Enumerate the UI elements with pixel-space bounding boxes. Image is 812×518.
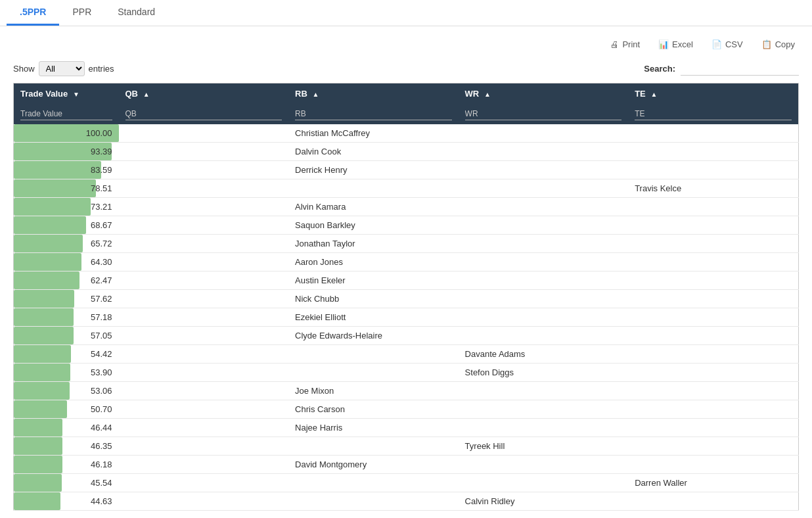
qb-cell xyxy=(119,419,289,437)
trade-value-cell: 46.35 xyxy=(14,437,119,456)
wr-cell xyxy=(459,419,629,437)
filter-input-te[interactable] xyxy=(635,108,792,120)
te-cell xyxy=(628,253,798,271)
table-header-row: Trade Value ▼ QB ▲ RB ▲ WR ▲ TE ▲ xyxy=(14,83,799,105)
te-cell xyxy=(628,271,798,290)
wr-cell: Tyreek Hill xyxy=(459,437,629,456)
te-cell xyxy=(628,400,798,419)
rb-cell: Chris Carson xyxy=(288,400,459,419)
table-row: 46.35 Tyreek Hill xyxy=(14,437,799,456)
qb-cell xyxy=(119,124,289,143)
rb-cell: Saquon Barkley xyxy=(288,216,459,235)
excel-button[interactable]: 📊 Excel xyxy=(654,37,697,52)
rb-cell xyxy=(288,474,459,492)
qb-cell xyxy=(119,216,289,235)
table-row: 57.62 Nick Chubb xyxy=(14,290,799,308)
rb-cell: Jonathan Taylor xyxy=(288,235,459,253)
table-row: 57.05 Clyde Edwards-Helaire xyxy=(14,327,799,345)
te-cell xyxy=(628,492,798,511)
trade-value-cell: 83.59 xyxy=(14,161,119,179)
search-input[interactable] xyxy=(681,62,799,76)
entries-row: Show All 10 25 50 100 entries Search: xyxy=(13,61,799,76)
te-cell: Darren Waller xyxy=(628,474,798,492)
data-table: Trade Value ▼ QB ▲ RB ▲ WR ▲ TE ▲ xyxy=(13,83,799,511)
qb-cell xyxy=(119,382,289,400)
table-row: 44.63 Calvin Ridley xyxy=(14,492,799,511)
filter-input-trade-value[interactable] xyxy=(20,108,112,120)
filter-qb xyxy=(119,104,289,124)
print-button[interactable]: 🖨 Print xyxy=(606,37,644,52)
te-cell xyxy=(628,198,798,216)
col-trade-value[interactable]: Trade Value ▼ xyxy=(14,83,119,105)
wr-cell xyxy=(459,456,629,474)
te-cell xyxy=(628,124,798,143)
csv-icon: 📄 xyxy=(711,39,722,49)
table-row: 64.30 Aaron Jones xyxy=(14,253,799,271)
trade-value-cell: 73.21 xyxy=(14,198,119,216)
rb-cell: Alvin Kamara xyxy=(288,198,459,216)
rb-cell: Nick Chubb xyxy=(288,290,459,308)
te-cell xyxy=(628,382,798,400)
trade-value-cell: 93.39 xyxy=(14,143,119,161)
print-label: Print xyxy=(622,39,640,49)
filter-input-wr[interactable] xyxy=(465,108,622,120)
table-row: 54.42 Davante Adams xyxy=(14,345,799,364)
trade-value-cell: 54.42 xyxy=(14,345,119,364)
trade-value-cell: 57.18 xyxy=(14,308,119,327)
filter-input-rb[interactable] xyxy=(295,108,452,120)
copy-icon: 📋 xyxy=(761,39,772,49)
rb-cell xyxy=(288,364,459,382)
copy-button[interactable]: 📋 Copy xyxy=(757,37,799,52)
table-row: 65.72 Jonathan Taylor xyxy=(14,235,799,253)
wr-cell: Calvin Ridley xyxy=(459,492,629,511)
col-qb[interactable]: QB ▲ xyxy=(119,83,289,105)
table-filter-row xyxy=(14,104,799,124)
te-cell: Travis Kelce xyxy=(628,179,798,198)
rb-cell: Austin Ekeler xyxy=(288,271,459,290)
rb-cell xyxy=(288,345,459,364)
table-row: 73.21 Alvin Kamara xyxy=(14,198,799,216)
te-cell xyxy=(628,364,798,382)
trade-value-cell: 100.00 xyxy=(14,124,119,143)
sort-arrow-trade-value: ▼ xyxy=(73,91,79,98)
wr-cell xyxy=(459,474,629,492)
csv-label: CSV xyxy=(725,39,743,49)
wr-cell xyxy=(459,382,629,400)
table-row: 83.59 Derrick Henry xyxy=(14,161,799,179)
trade-value-cell: 57.62 xyxy=(14,290,119,308)
show-label: Show xyxy=(13,64,35,74)
col-wr[interactable]: WR ▲ xyxy=(459,83,629,105)
sort-arrow-te: ▲ xyxy=(650,91,657,98)
qb-cell xyxy=(119,400,289,419)
wr-cell xyxy=(459,143,629,161)
trade-value-cell: 78.51 xyxy=(14,179,119,198)
trade-value-cell: 53.06 xyxy=(14,382,119,400)
qb-cell xyxy=(119,143,289,161)
te-cell xyxy=(628,419,798,437)
col-te[interactable]: TE ▲ xyxy=(628,83,798,105)
wr-cell xyxy=(459,161,629,179)
te-cell xyxy=(628,456,798,474)
wr-cell xyxy=(459,179,629,198)
qb-cell xyxy=(119,345,289,364)
trade-value-cell: 57.05 xyxy=(14,327,119,345)
col-rb[interactable]: RB ▲ xyxy=(288,83,459,105)
tabs-bar: .5PPR PPR Standard xyxy=(0,0,812,26)
te-cell xyxy=(628,345,798,364)
rb-cell xyxy=(288,437,459,456)
filter-input-qb[interactable] xyxy=(125,108,282,120)
tab-ppr[interactable]: PPR xyxy=(59,0,104,26)
table-row: 45.54 Darren Waller xyxy=(14,474,799,492)
csv-button[interactable]: 📄 CSV xyxy=(708,37,747,52)
rb-cell: Najee Harris xyxy=(288,419,459,437)
tab-standard[interactable]: Standard xyxy=(104,0,168,26)
tab-halfppr[interactable]: .5PPR xyxy=(7,0,59,26)
wr-cell xyxy=(459,124,629,143)
wr-cell xyxy=(459,235,629,253)
wr-cell xyxy=(459,198,629,216)
sort-arrow-qb: ▲ xyxy=(143,91,150,98)
wr-cell xyxy=(459,327,629,345)
entries-select[interactable]: All 10 25 50 100 xyxy=(39,61,85,76)
toolbar-row: 🖨 Print 📊 Excel 📄 CSV 📋 Copy xyxy=(13,37,799,52)
sort-arrow-wr: ▲ xyxy=(484,91,491,98)
